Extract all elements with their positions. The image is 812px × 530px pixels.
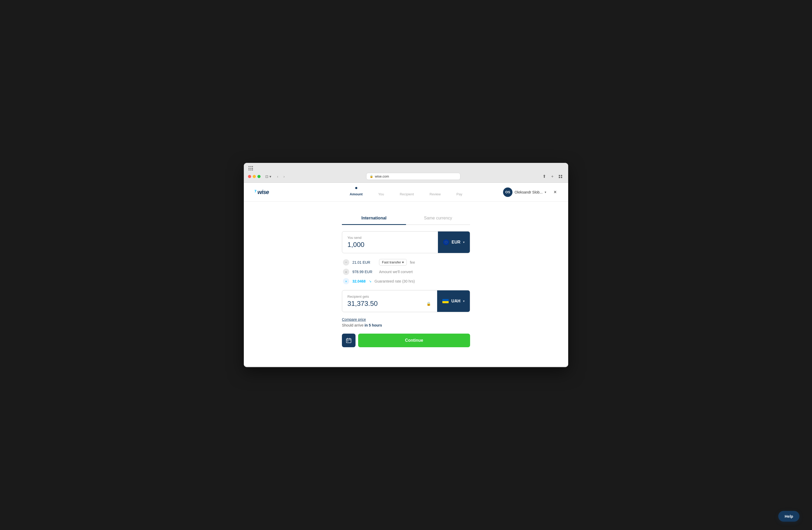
- fee-amount-value: 21.01 EUR: [352, 260, 376, 264]
- progress-steps: Amount You Recipient Review Pay: [350, 188, 462, 196]
- forward-btn[interactable]: ›: [282, 174, 286, 179]
- fast-transfer-chevron-icon: ▾: [402, 260, 404, 264]
- step-amount[interactable]: Amount: [350, 188, 363, 196]
- url-text: wise.com: [375, 175, 389, 178]
- user-avatar: OS: [503, 187, 512, 197]
- app-grid-icon[interactable]: [248, 166, 253, 171]
- svg-rect-11: [347, 341, 348, 341]
- eur-code: EUR: [451, 240, 460, 245]
- step-review[interactable]: Review: [430, 188, 441, 196]
- lock-icon: 🔒: [369, 175, 373, 178]
- close-traffic-light[interactable]: [248, 175, 251, 178]
- tab-same-currency[interactable]: Same currency: [406, 212, 470, 225]
- compare-price-link[interactable]: Compare price: [342, 317, 470, 322]
- fee-row-rate: × 32.0468 ↘ Guaranteed rate (30 hrs): [343, 277, 469, 286]
- fast-transfer-btn[interactable]: Fast transfer ▾: [379, 259, 407, 266]
- send-amount-input[interactable]: [347, 241, 433, 249]
- lock-field-icon: 🔒: [426, 302, 431, 306]
- svg-text:★: ★: [447, 242, 448, 243]
- eur-currency-selector[interactable]: ★ ★ ★ ★ ★ ★ EUR ▾: [438, 232, 470, 253]
- uah-chevron-icon: ▾: [463, 299, 465, 303]
- transfer-card: International Same currency You send: [342, 212, 470, 347]
- recipient-input-left: Recipient gets 🔒: [342, 290, 437, 312]
- convert-label: Amount we'll convert: [379, 270, 413, 274]
- user-name: Oleksandr Slob...: [514, 190, 542, 194]
- continue-btn[interactable]: Continue: [358, 334, 470, 347]
- eur-chevron-icon: ▾: [463, 240, 465, 244]
- svg-rect-7: [346, 338, 351, 343]
- svg-text:★: ★: [446, 241, 447, 242]
- main-content: International Same currency You send: [244, 201, 568, 363]
- user-chevron-icon: ▾: [545, 190, 546, 194]
- send-field-box: You send ★ ★ ★ ★: [342, 231, 470, 253]
- eur-flag-icon: ★ ★ ★ ★ ★ ★: [443, 239, 449, 245]
- step-recipient[interactable]: Recipient: [400, 188, 414, 196]
- app-header: ⁷ wise Amount You Recipient Review: [244, 183, 568, 201]
- send-input-left: You send: [342, 232, 438, 253]
- rate-value: 32.0468: [352, 279, 366, 283]
- address-bar[interactable]: 🔒 wise.com: [366, 173, 460, 180]
- logo-text: wise: [257, 189, 269, 196]
- rate-arrow-icon: ↘: [369, 279, 372, 283]
- calendar-icon: [346, 337, 352, 343]
- user-menu[interactable]: OS Oleksandr Slob... ▾ ×: [503, 187, 558, 197]
- back-btn[interactable]: ‹: [276, 174, 279, 179]
- logo-arrow: ⁷: [254, 189, 256, 195]
- multiply-icon: ×: [343, 278, 349, 284]
- wise-logo[interactable]: ⁷ wise: [254, 189, 269, 196]
- svg-text:★: ★: [445, 242, 446, 243]
- rate-label: Guaranteed rate (30 hrs): [375, 279, 415, 283]
- fee-breakdown: − 21.01 EUR Fast transfer ▾ fee = 978.99…: [343, 257, 469, 286]
- recipient-amount-input[interactable]: [347, 299, 424, 308]
- fullscreen-traffic-light[interactable]: [257, 175, 261, 178]
- fee-row-fee: − 21.01 EUR Fast transfer ▾ fee: [343, 257, 469, 267]
- arrival-text: Should arrive in 5 hours: [342, 323, 470, 327]
- equals-icon: =: [343, 269, 349, 275]
- step-you[interactable]: You: [378, 188, 384, 196]
- minus-icon: −: [343, 259, 349, 266]
- uah-code: UAH: [451, 299, 460, 304]
- recipient-label: Recipient gets: [347, 295, 432, 298]
- uah-currency-selector[interactable]: UAH ▾: [437, 290, 470, 312]
- svg-text:★: ★: [446, 243, 447, 244]
- calendar-btn[interactable]: [342, 334, 356, 347]
- step-dot: [355, 187, 357, 189]
- send-label: You send: [347, 236, 433, 240]
- svg-text:★: ★: [445, 241, 446, 242]
- convert-amount-value: 978.99 EUR: [352, 270, 376, 274]
- action-row: Continue: [342, 334, 470, 347]
- fee-suffix: fee: [410, 260, 415, 264]
- step-pay[interactable]: Pay: [456, 188, 462, 196]
- new-tab-btn[interactable]: +: [550, 173, 555, 179]
- help-btn[interactable]: Help: [778, 511, 799, 521]
- minimize-traffic-light[interactable]: [253, 175, 256, 178]
- close-btn[interactable]: ×: [552, 188, 558, 196]
- share-btn[interactable]: ⬆: [541, 173, 548, 179]
- sidebar-toggle-btn[interactable]: ⊡ ▾: [264, 174, 273, 179]
- fee-row-convert: = 978.99 EUR Amount we'll convert: [343, 267, 469, 277]
- tab-international[interactable]: International: [342, 212, 406, 225]
- transfer-tabs: International Same currency: [342, 212, 470, 225]
- grid-view-btn[interactable]: [557, 175, 564, 179]
- recipient-field-box: Recipient gets 🔒 UAH: [342, 290, 470, 312]
- uah-flag-icon: [443, 299, 449, 303]
- eu-flag-svg: ★ ★ ★ ★ ★ ★: [444, 240, 448, 245]
